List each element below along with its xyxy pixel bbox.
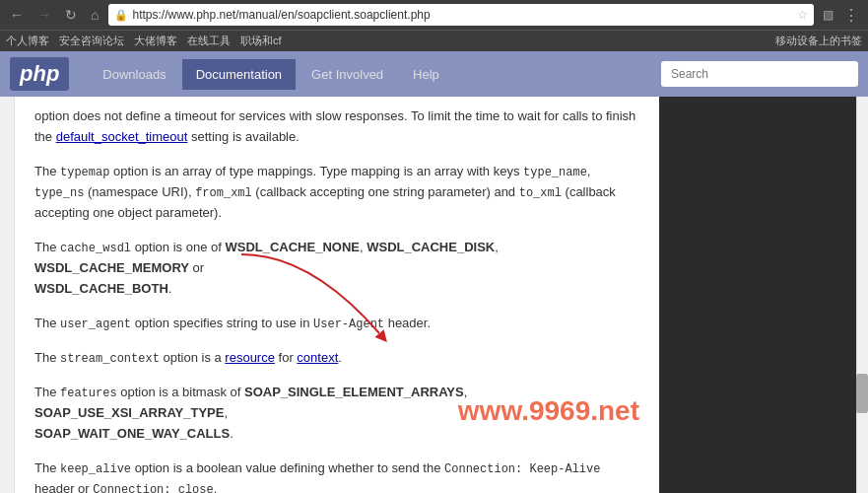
code-features: features bbox=[60, 387, 117, 400]
nav-downloads[interactable]: Downloads bbox=[89, 59, 179, 90]
code-type-ns: type_ns bbox=[34, 186, 84, 200]
php-header: php Downloads Documentation Get Involved… bbox=[0, 51, 868, 97]
search-input[interactable] bbox=[661, 61, 858, 87]
const-wsdl-cache-both: WSDL_CACHE_BOTH bbox=[34, 281, 168, 296]
const-wsdl-cache-memory: WSDL_CACHE_MEMORY bbox=[34, 260, 189, 275]
extensions-button[interactable]: ▧ bbox=[820, 6, 836, 24]
content-area: option does not define a timeout for ser… bbox=[15, 97, 659, 493]
left-sidebar bbox=[0, 97, 15, 493]
nav-help[interactable]: Help bbox=[399, 59, 453, 90]
browser-chrome: ← → ↻ ⌂ 🔒 https://www.php.net/manual/en/… bbox=[0, 0, 868, 30]
code-user-agent: user_agent bbox=[60, 317, 131, 331]
paragraph-3: The cache_wsdl option is one of WSDL_CAC… bbox=[34, 238, 639, 300]
paragraph-5: The stream_context option is a resource … bbox=[34, 348, 639, 369]
url-text: https://www.php.net/manual/en/soapclient… bbox=[132, 8, 793, 22]
code-connection-close: Connection: close bbox=[93, 483, 213, 493]
home-button[interactable]: ⌂ bbox=[87, 5, 102, 25]
link-default-socket-timeout[interactable]: default_socket_timeout bbox=[56, 129, 188, 144]
paragraph-1: option does not define a timeout for ser… bbox=[34, 106, 639, 148]
main-layout: option does not define a timeout for ser… bbox=[0, 97, 868, 493]
bookmark-master-blog[interactable]: 大佬博客 bbox=[134, 34, 177, 48]
code-to-xml: to_xml bbox=[519, 186, 562, 200]
code-type-name: type_name bbox=[523, 166, 587, 179]
code-cache-wsdl: cache_wsdl bbox=[60, 242, 131, 255]
paragraph-7: The keep_alive option is a boolean value… bbox=[34, 458, 639, 493]
lock-icon: 🔒 bbox=[114, 9, 128, 22]
bookmark-work[interactable]: 职场和cf bbox=[240, 34, 282, 48]
paragraph-6: The features option is a bitmask of SOAP… bbox=[34, 383, 639, 445]
forward-button[interactable]: → bbox=[33, 5, 55, 25]
const-soap-wait: SOAP_WAIT_ONE_WAY_CALLS bbox=[34, 426, 230, 441]
code-keep-alive: keep_alive bbox=[60, 462, 131, 476]
php-logo[interactable]: php bbox=[10, 57, 69, 91]
bookmarks-bar: 个人博客 安全咨询论坛 大佬博客 在线工具 职场和cf 移动设备上的书签 bbox=[0, 30, 868, 51]
code-typemap: typemap bbox=[60, 166, 109, 179]
address-bar[interactable]: 🔒 https://www.php.net/manual/en/soapclie… bbox=[108, 4, 814, 26]
menu-button[interactable]: ⋮ bbox=[840, 4, 862, 27]
const-wsdl-cache-disk: WSDL_CACHE_DISK bbox=[367, 240, 495, 254]
star-icon: ☆ bbox=[797, 8, 808, 22]
bookmark-security-forum[interactable]: 安全咨询论坛 bbox=[59, 34, 124, 48]
link-context[interactable]: context bbox=[297, 350, 338, 365]
bookmark-personal-blog[interactable]: 个人博客 bbox=[6, 34, 49, 48]
paragraph-4: The user_agent option specifies string t… bbox=[34, 314, 639, 334]
browser-actions: ▧ ⋮ bbox=[820, 4, 862, 27]
bookmark-mobile[interactable]: 移动设备上的书签 bbox=[775, 34, 862, 48]
const-soap-xsi: SOAP_USE_XSI_ARRAY_TYPE bbox=[34, 405, 224, 420]
right-sidebar bbox=[659, 97, 856, 493]
scrollbar-thumb[interactable] bbox=[856, 374, 868, 413]
code-stream-context: stream_context bbox=[60, 352, 160, 366]
back-button[interactable]: ← bbox=[6, 5, 28, 25]
code-from-xml: from_xml bbox=[195, 186, 252, 200]
nav-get-involved[interactable]: Get Involved bbox=[298, 59, 397, 90]
php-nav: Downloads Documentation Get Involved Hel… bbox=[89, 59, 661, 90]
const-wsdl-cache-none: WSDL_CACHE_NONE bbox=[225, 240, 360, 254]
link-resource[interactable]: resource bbox=[225, 350, 275, 365]
code-user-agent-header: User-Agent bbox=[313, 317, 384, 331]
right-scrollbar[interactable] bbox=[856, 97, 868, 493]
code-connection-keep-alive: Connection: Keep-Alive bbox=[444, 462, 600, 476]
nav-documentation[interactable]: Documentation bbox=[182, 59, 296, 90]
bookmark-online-tools[interactable]: 在线工具 bbox=[187, 34, 231, 48]
const-soap-single: SOAP_SINGLE_ELEMENT_ARRAYS bbox=[244, 385, 464, 399]
paragraph-2: The typemap option is an array of type m… bbox=[34, 162, 639, 224]
reload-button[interactable]: ↻ bbox=[61, 5, 81, 25]
